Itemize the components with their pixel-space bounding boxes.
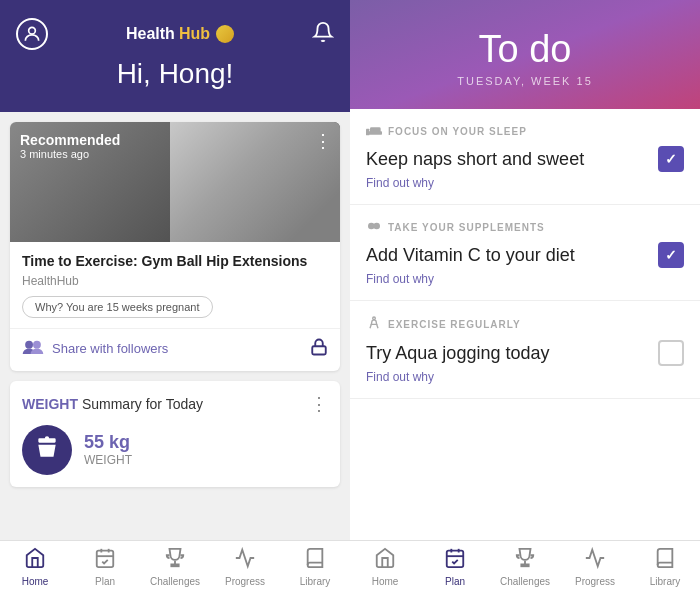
right-header: To do TUESDAY, WEEK 15 xyxy=(350,0,700,109)
progress-icon xyxy=(234,547,256,574)
weight-body: 55 kg WEIGHT xyxy=(22,425,328,475)
share-section[interactable]: Share with followers xyxy=(22,339,168,359)
todo-category-supplements: TAKE YOUR SUPPLEMENTS xyxy=(366,219,684,236)
scale-icon xyxy=(34,434,60,466)
weight-value: 55 kg xyxy=(84,432,132,453)
greeting-text: Hi, Hong! xyxy=(16,58,334,90)
svg-rect-17 xyxy=(447,551,464,568)
find-out-supplements[interactable]: Find out why xyxy=(366,272,684,286)
svg-rect-22 xyxy=(521,564,528,566)
weight-unit: WEIGHT xyxy=(84,453,132,467)
right-nav-home-label: Home xyxy=(372,576,399,587)
category-label-exercise: EXERCISE REGULARLY xyxy=(388,319,521,330)
todo-task-supplements: Add Vitamin C to your diet xyxy=(366,245,648,266)
nav-library[interactable]: Library xyxy=(280,547,350,587)
right-nav-challenges[interactable]: Challenges xyxy=(490,547,560,587)
notification-bell-icon[interactable] xyxy=(312,21,334,48)
nav-plan-label: Plan xyxy=(95,576,115,587)
right-trophy-icon xyxy=(514,547,536,574)
home-icon xyxy=(24,547,46,574)
todo-checkbox-sleep[interactable] xyxy=(658,146,684,172)
svg-point-2 xyxy=(33,340,41,348)
weight-title: WEIGHT Summary for Today xyxy=(22,396,203,412)
todo-row-supplements: Add Vitamin C to your diet xyxy=(366,242,684,268)
library-icon xyxy=(304,547,326,574)
todo-task-sleep: Keep naps short and sweet xyxy=(366,149,648,170)
todo-checkbox-exercise[interactable] xyxy=(658,340,684,366)
todo-row-exercise: Try Aqua jogging today xyxy=(366,340,684,366)
recommended-badge: Recommended xyxy=(20,132,120,148)
svg-point-1 xyxy=(25,340,33,348)
todo-category-exercise: EXERCISE REGULARLY xyxy=(366,315,684,334)
todo-item-sleep: FOCUS ON YOUR SLEEP Keep naps short and … xyxy=(350,109,700,205)
right-progress-icon xyxy=(584,547,606,574)
svg-point-0 xyxy=(29,27,36,34)
supplements-icon xyxy=(366,219,382,236)
right-nav-library[interactable]: Library xyxy=(630,547,700,587)
svg-point-15 xyxy=(373,223,380,230)
todo-item-exercise: EXERCISE REGULARLY Try Aqua jogging toda… xyxy=(350,301,700,399)
nav-home-label: Home xyxy=(22,576,49,587)
todo-checkbox-supplements[interactable] xyxy=(658,242,684,268)
card-reason-button[interactable]: Why? You are 15 weeks pregnant xyxy=(22,296,213,318)
todo-date: TUESDAY, WEEK 15 xyxy=(366,75,684,87)
nav-plan[interactable]: Plan xyxy=(70,547,140,587)
right-panel: To do TUESDAY, WEEK 15 FOCUS ON YOUR SLE… xyxy=(350,0,700,593)
right-nav-progress[interactable]: Progress xyxy=(560,547,630,587)
todo-task-exercise: Try Aqua jogging today xyxy=(366,343,648,364)
right-library-icon xyxy=(654,547,676,574)
nav-challenges[interactable]: Challenges xyxy=(140,547,210,587)
time-ago-text: 3 minutes ago xyxy=(20,148,120,160)
todo-item-supplements: TAKE YOUR SUPPLEMENTS Add Vitamin C to y… xyxy=(350,205,700,301)
brand-logo: Health Hub xyxy=(126,25,234,43)
find-out-exercise[interactable]: Find out why xyxy=(366,370,684,384)
summary-text: Summary for Today xyxy=(82,396,203,412)
right-nav-plan[interactable]: Plan xyxy=(420,547,490,587)
card-image: Recommended 3 minutes ago ⋮ xyxy=(10,122,340,242)
right-bottom-nav: Home Plan Challenges Pr xyxy=(350,540,700,593)
nav-challenges-label: Challenges xyxy=(150,576,200,587)
card-badge-area: Recommended 3 minutes ago xyxy=(20,132,120,160)
avatar-icon[interactable] xyxy=(16,18,48,50)
recommendation-card: Recommended 3 minutes ago ⋮ Time to Exer… xyxy=(10,122,340,371)
card-more-button[interactable]: ⋮ xyxy=(314,130,332,152)
todo-row-sleep: Keep naps short and sweet xyxy=(366,146,684,172)
card-title: Time to Exercise: Gym Ball Hip Extension… xyxy=(22,252,328,272)
category-label-supplements: TAKE YOUR SUPPLEMENTS xyxy=(388,222,545,233)
weight-card: WEIGHT Summary for Today ⋮ 55 kg WEIG xyxy=(10,381,340,487)
todo-title: To do xyxy=(366,28,684,71)
lock-icon[interactable] xyxy=(310,337,328,361)
right-nav-home[interactable]: Home xyxy=(350,547,420,587)
right-home-icon xyxy=(374,547,396,574)
weight-more-button[interactable]: ⋮ xyxy=(310,393,328,415)
left-bottom-nav: Home Plan Challenges Pr xyxy=(0,540,350,593)
svg-rect-4 xyxy=(97,551,114,568)
weight-label: WEIGHT xyxy=(22,396,78,412)
find-out-sleep[interactable]: Find out why xyxy=(366,176,684,190)
left-panel: Health Hub Hi, Hong! Recommended 3 min xyxy=(0,0,350,593)
plan-icon xyxy=(94,547,116,574)
left-header: Health Hub Hi, Hong! xyxy=(0,0,350,112)
todo-list: FOCUS ON YOUR SLEEP Keep naps short and … xyxy=(350,109,700,540)
card-source: HealthHub xyxy=(22,274,328,288)
nav-progress[interactable]: Progress xyxy=(210,547,280,587)
right-plan-icon xyxy=(444,547,466,574)
svg-rect-9 xyxy=(171,564,178,566)
card-footer: Share with followers xyxy=(10,328,340,371)
right-nav-library-label: Library xyxy=(650,576,681,587)
right-nav-progress-label: Progress xyxy=(575,576,615,587)
svg-rect-12 xyxy=(366,129,369,136)
weight-info: 55 kg WEIGHT xyxy=(84,432,132,467)
nav-library-label: Library xyxy=(300,576,331,587)
right-nav-challenges-label: Challenges xyxy=(500,576,550,587)
nav-progress-label: Progress xyxy=(225,576,265,587)
nav-home[interactable]: Home xyxy=(0,547,70,587)
exercise-icon xyxy=(366,315,382,334)
brand-dot xyxy=(216,25,234,43)
bed-icon xyxy=(366,123,382,140)
weight-header: WEIGHT Summary for Today ⋮ xyxy=(22,393,328,415)
weight-circle xyxy=(22,425,72,475)
brand-name: Health xyxy=(126,25,175,43)
trophy-icon xyxy=(164,547,186,574)
brand-accent: Hub xyxy=(179,25,210,43)
